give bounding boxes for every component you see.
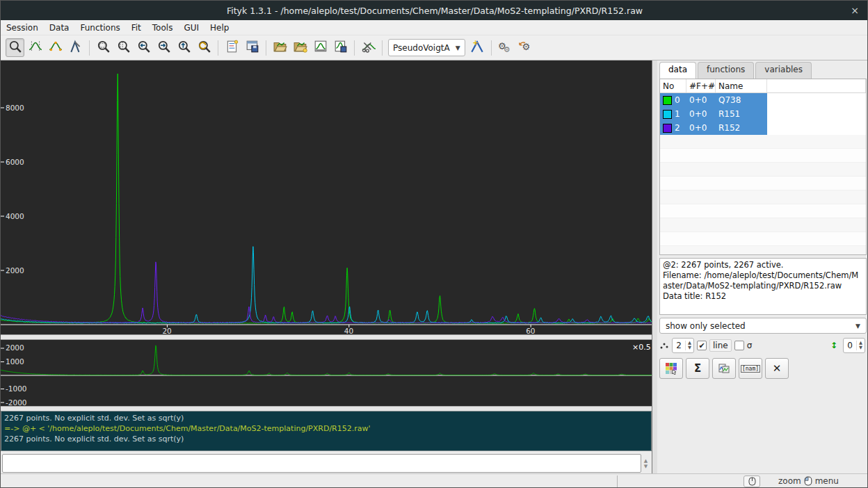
- console-line: 2267 points. No explicit std. dev. Set a…: [4, 413, 648, 423]
- fit-run-button[interactable]: ⚙⚙: [496, 38, 515, 57]
- rename-icon: [nam]: [741, 365, 760, 373]
- function-type-select[interactable]: PseudoVoigtA▼: [388, 39, 465, 56]
- svg-text:⚙: ⚙: [504, 45, 511, 54]
- zoom-previous-button[interactable]: [195, 38, 214, 57]
- svg-text:-2000: -2000: [6, 398, 27, 406]
- data-range-mode-icon: [29, 40, 42, 56]
- svg-text:+: +: [473, 39, 479, 47]
- aux-splitter[interactable]: [1, 406, 652, 411]
- chevron-down-icon: ▼: [855, 323, 860, 330]
- shift-spinner[interactable]: 0 ▲▼: [843, 338, 865, 353]
- svg-text:4000: 4000: [6, 212, 24, 220]
- sum-button[interactable]: Σ: [686, 358, 709, 379]
- open-data-custom-icon: [294, 40, 307, 56]
- dataset-table: No #F+# Name 0 0+0 Q738 1 0+0 R151 2 0+0…: [659, 79, 867, 255]
- tab-data[interactable]: data: [659, 62, 696, 79]
- main-plot-canvas[interactable]: 2000400060008000204060: [1, 60, 652, 334]
- add-peak-mode-button[interactable]: [66, 38, 85, 57]
- console-line: 2267 points. No explicit std. dev. Set a…: [4, 434, 648, 444]
- data-grid-icon: [665, 362, 677, 375]
- output-console: 2267 points. No explicit std. dev. Set a…: [1, 411, 652, 451]
- fit-undo-button[interactable]: ⚙: [516, 38, 535, 57]
- menu-fit[interactable]: Fit: [126, 21, 147, 35]
- menu-help[interactable]: Help: [204, 21, 234, 35]
- col-no: No: [660, 79, 686, 92]
- save-session-button[interactable]: [243, 38, 262, 57]
- spin-down-icon: ▼: [859, 345, 862, 350]
- menu-data[interactable]: Data: [44, 21, 75, 35]
- history-down-icon[interactable]: ▼: [644, 464, 648, 469]
- close-icon[interactable]: ×: [848, 3, 862, 17]
- rename-button[interactable]: [nam]: [739, 358, 762, 379]
- table-row[interactable]: 1 0+0 R151: [660, 107, 866, 121]
- script-editor-icon: [225, 40, 239, 56]
- main-plot[interactable]: 2000400060008000204060: [1, 60, 652, 334]
- command-input[interactable]: [2, 454, 641, 473]
- script-editor-button[interactable]: [223, 38, 241, 57]
- dataset-name: R152: [716, 121, 767, 135]
- dataset-name: Q738: [716, 93, 767, 107]
- zoom-vertical-button[interactable]: [114, 38, 133, 57]
- menu-session[interactable]: Session: [1, 21, 44, 35]
- fityk-window: Fityk 1.3.1 - /home/aleplo/test/Document…: [0, 0, 868, 488]
- tab-variables[interactable]: variables: [755, 62, 812, 79]
- line-checkbox[interactable]: ✔: [697, 341, 707, 350]
- menu-functions[interactable]: Functions: [74, 21, 125, 35]
- show-mode-dropdown[interactable]: show only selected ▼: [659, 318, 867, 334]
- dataset-color-swatch[interactable]: [663, 96, 672, 105]
- zoom-left-button[interactable]: [134, 38, 153, 57]
- input-history-arrows[interactable]: ▲ ▼: [641, 454, 650, 473]
- svg-text:⚙: ⚙: [522, 42, 531, 53]
- menu-gui[interactable]: GUI: [178, 21, 204, 35]
- delete-dataset-button[interactable]: ✕: [765, 358, 789, 379]
- dataset-color-swatch[interactable]: [663, 110, 672, 119]
- console-command-line: =-> @+ < '/home/aleplo/test/Documents/Ch…: [4, 423, 648, 434]
- mouse-config-button[interactable]: [744, 475, 760, 487]
- data-range-mode-button[interactable]: [26, 38, 45, 57]
- aux-plot-canvas[interactable]: 20001000-1000-2000×0.5: [1, 340, 652, 406]
- data-editor-button[interactable]: [659, 358, 683, 379]
- sidebar-splitter[interactable]: [652, 60, 657, 473]
- tab-functions[interactable]: functions: [698, 62, 754, 79]
- auto-add-peak-button[interactable]: +: [468, 38, 487, 57]
- sidebar-tabs: data functions variables: [659, 62, 868, 79]
- dataset-color-swatch[interactable]: [663, 124, 672, 133]
- table-row[interactable]: 0 0+0 Q738: [660, 93, 866, 107]
- shift-icon: ↕: [830, 341, 837, 350]
- zoom-mode-button[interactable]: [6, 38, 24, 57]
- aux-plot[interactable]: 20001000-1000-2000×0.5: [1, 340, 652, 406]
- info-filename: Filename: /home/aleplo/test/Documents/Ch…: [663, 270, 863, 291]
- plot-splitter[interactable]: [1, 334, 652, 340]
- open-data-button[interactable]: [271, 38, 289, 57]
- sum-icon: Σ: [694, 362, 701, 375]
- fit-undo-icon: ⚙: [517, 40, 533, 56]
- sigma-checkbox[interactable]: [734, 341, 744, 350]
- command-input-row: ▲ ▼: [2, 454, 650, 473]
- line-label: line: [709, 339, 732, 352]
- dataset-info: @2: 2267 points, 2267 active. Filename: …: [659, 258, 867, 315]
- menu-tools[interactable]: Tools: [147, 21, 179, 35]
- save-plot-image-button[interactable]: [331, 38, 350, 57]
- export-plot-button[interactable]: [311, 38, 330, 57]
- dataset-buttons: Σ [nam] ✕: [659, 358, 868, 379]
- info-title: Data title: R152: [663, 291, 863, 302]
- copy-data-button[interactable]: [712, 358, 736, 379]
- table-row[interactable]: 2 0+0 R152: [660, 121, 866, 135]
- strip-background-button[interactable]: [359, 38, 378, 57]
- baseline-mode-button[interactable]: [46, 38, 65, 57]
- zoom-up-icon: [177, 40, 191, 56]
- zoom-up-button[interactable]: [175, 38, 193, 57]
- history-up-icon[interactable]: ▲: [644, 458, 648, 464]
- point-size-spinner[interactable]: 2 ▲▼: [672, 338, 694, 353]
- svg-text:-1000: -1000: [6, 384, 27, 393]
- titlebar: Fityk 1.3.1 - /home/aleplo/test/Document…: [1, 1, 868, 20]
- info-points: @2: 2267 points, 2267 active.: [663, 260, 863, 270]
- svg-text:6000: 6000: [6, 158, 24, 166]
- baseline-mode-icon: [49, 40, 63, 56]
- add-peak-mode-icon: [69, 40, 83, 56]
- export-plot-icon: [314, 40, 328, 56]
- auto-add-peak-icon: +: [469, 39, 485, 56]
- zoom-right-button[interactable]: [154, 38, 173, 57]
- zoom-all-button[interactable]: [94, 38, 113, 57]
- open-data-custom-button[interactable]: [291, 38, 310, 57]
